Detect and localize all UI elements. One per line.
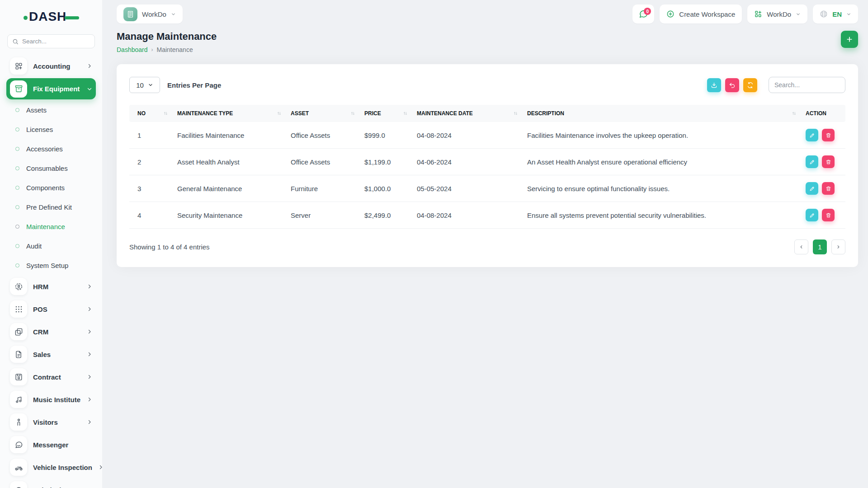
user-scan-icon — [10, 278, 27, 295]
edit-button[interactable] — [806, 209, 818, 221]
plus-circle-icon — [666, 10, 675, 18]
sidebar-subitem-audit[interactable]: Audit — [6, 236, 96, 256]
column-header-maintenance-date[interactable]: MAINTENANCE DATE — [412, 105, 523, 122]
table-row: 1 Facilities Maintenance Office Assets $… — [129, 122, 845, 149]
edit-button[interactable] — [806, 182, 818, 195]
refresh-button[interactable] — [743, 78, 757, 92]
cell-asset: Furniture — [286, 175, 360, 202]
sidebar-subitem-pre-defined-kit[interactable]: Pre Defined Kit — [6, 197, 96, 217]
sidebar-subitem-consumables[interactable]: Consumables — [6, 159, 96, 178]
column-header-no[interactable]: NO — [129, 105, 173, 122]
chevron-right-icon — [87, 419, 92, 425]
cell-price: $999.0 — [360, 122, 412, 149]
breadcrumb-dashboard-link[interactable]: Dashboard — [117, 46, 148, 53]
sidebar-item-helpdesk[interactable]: Helpdesk — [6, 479, 96, 488]
chevron-left-icon — [799, 244, 804, 249]
workspace-building-icon — [123, 7, 137, 21]
sidebar-search[interactable] — [7, 34, 95, 48]
sidebar-item-messenger[interactable]: Messenger — [6, 433, 96, 456]
cell-price: $1,000.0 — [360, 175, 412, 202]
bullet-icon — [15, 127, 19, 131]
column-header-asset[interactable]: ASSET — [286, 105, 360, 122]
delete-button[interactable] — [822, 209, 835, 221]
edit-button[interactable] — [806, 155, 818, 168]
entries-per-page-select[interactable]: 10 — [129, 77, 160, 93]
sidebar-subitem-accessories[interactable]: Accessories — [6, 139, 96, 159]
user-menu[interactable]: WorkDo — [747, 5, 807, 23]
export-button[interactable] — [707, 78, 721, 92]
main-area: WorkDo 0 Create Workspace WorkDo EN — [102, 0, 868, 488]
sidebar-item-accounting[interactable]: Accounting — [6, 55, 96, 77]
cell-description: An Asset Health Analyst ensure operation… — [523, 149, 801, 175]
sort-icon[interactable] — [403, 111, 408, 116]
sidebar-item-crm[interactable]: CRM — [6, 320, 96, 343]
chevron-right-icon — [87, 352, 92, 357]
column-header-maintenance-type[interactable]: MAINTENANCE TYPE — [173, 105, 286, 122]
sidebar-subitem-assets[interactable]: Assets — [6, 100, 96, 120]
language-label: EN — [832, 10, 842, 18]
cell-maintenance-type: Facilities Maintenance — [173, 122, 286, 149]
column-header-description[interactable]: DESCRIPTION — [523, 105, 801, 122]
sidebar-subitem-maintenance[interactable]: Maintenance — [6, 217, 96, 236]
sidebar-subitem-system-setup[interactable]: System Setup — [6, 256, 96, 275]
delete-button[interactable] — [822, 182, 835, 195]
create-maintenance-button[interactable] — [841, 31, 858, 48]
delete-button[interactable] — [822, 155, 835, 168]
sidebar-subitem-licenses[interactable]: Licenses — [6, 120, 96, 139]
sort-icon[interactable] — [792, 111, 797, 116]
user-menu-label: WorkDo — [767, 10, 791, 18]
sidebar-item-visitors[interactable]: Visitors — [6, 411, 96, 433]
table-body: 1 Facilities Maintenance Office Assets $… — [129, 122, 845, 229]
download-icon — [711, 82, 717, 89]
column-header-price[interactable]: PRICE — [360, 105, 412, 122]
sort-icon[interactable] — [163, 111, 168, 116]
save-icon — [10, 368, 27, 385]
sidebar-item-pos[interactable]: POS — [6, 298, 96, 320]
bullet-icon — [15, 108, 19, 112]
topbar-right: 0 Create Workspace WorkDo EN — [632, 5, 858, 23]
create-workspace-button[interactable]: Create Workspace — [660, 5, 742, 23]
column-header-action: ACTION — [801, 105, 845, 122]
cell-asset: Office Assets — [286, 122, 360, 149]
sidebar-item-fix-equipment[interactable]: Fix Equipment — [6, 78, 96, 99]
maintenance-table: NO MAINTENANCE TYPE ASSET PRICE MAINTENA… — [129, 105, 845, 229]
cell-description: Facilities Maintenance involves the upke… — [523, 122, 801, 149]
page-number-button[interactable]: 1 — [813, 239, 827, 254]
sidebar-item-hrm[interactable]: HRM — [6, 275, 96, 298]
chevron-right-icon — [87, 63, 92, 69]
chevron-right-icon — [87, 306, 92, 312]
row-actions — [806, 129, 841, 141]
cell-asset: Server — [286, 202, 360, 229]
previous-page-button[interactable] — [794, 239, 808, 254]
bullet-icon — [15, 205, 19, 209]
sidebar-subitem-components[interactable]: Components — [6, 178, 96, 197]
cell-maintenance-type: Asset Health Analyst — [173, 149, 286, 175]
sidebar-item-contract[interactable]: Contract — [6, 366, 96, 388]
next-page-button[interactable] — [831, 239, 845, 254]
chevron-right-icon — [836, 244, 841, 249]
table-search-input[interactable] — [769, 77, 845, 93]
sidebar-item-sales[interactable]: Sales — [6, 343, 96, 366]
cell-asset: Office Assets — [286, 149, 360, 175]
reset-button[interactable] — [725, 78, 739, 92]
bullet-icon — [15, 186, 19, 190]
language-selector[interactable]: EN — [813, 5, 858, 23]
sort-icon[interactable] — [350, 111, 355, 116]
delete-button[interactable] — [822, 129, 835, 141]
sidebar-search-input[interactable] — [22, 38, 90, 45]
cell-maintenance-type: General Maintenance — [173, 175, 286, 202]
table-header-row: NO MAINTENANCE TYPE ASSET PRICE MAINTENA… — [129, 105, 845, 122]
cell-description: Servicing to ensure optimal functionalit… — [523, 175, 801, 202]
workspace-switcher[interactable]: WorkDo — [117, 5, 183, 23]
sidebar-item-music-institute[interactable]: Music Institute — [6, 388, 96, 411]
bullet-icon — [15, 166, 19, 170]
sort-icon[interactable] — [277, 111, 282, 116]
topbar: WorkDo 0 Create Workspace WorkDo EN — [117, 5, 858, 23]
pencil-icon — [809, 186, 815, 192]
messages-button[interactable]: 0 — [632, 5, 654, 23]
sort-icon[interactable] — [513, 111, 518, 116]
trash-icon — [826, 186, 831, 192]
sidebar-item-vehicle-inspection[interactable]: Vehicle Inspection — [6, 456, 96, 479]
edit-button[interactable] — [806, 129, 818, 141]
headphones-icon — [10, 481, 27, 488]
